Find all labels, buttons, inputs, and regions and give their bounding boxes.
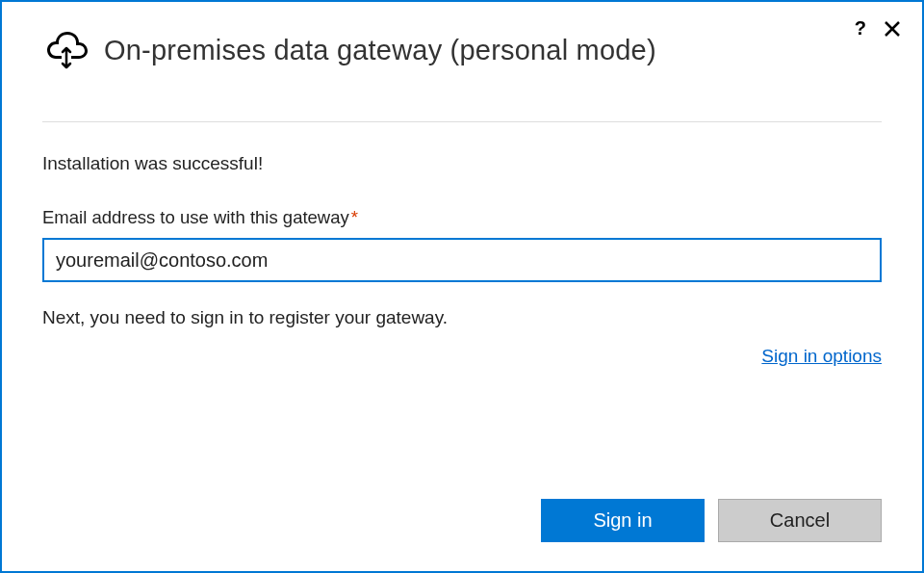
email-label-text: Email address to use with this gateway [42, 207, 349, 227]
instruction-text: Next, you need to sign in to register yo… [42, 307, 882, 328]
dialog-header: On-premises data gateway (personal mode) [42, 29, 882, 71]
options-link-row: Sign in options [42, 346, 882, 367]
titlebar-controls: ? [855, 17, 901, 39]
dialog-title: On-premises data gateway (personal mode) [104, 35, 656, 66]
help-icon[interactable]: ? [855, 17, 866, 39]
email-field[interactable] [42, 238, 882, 282]
sign-in-button[interactable]: Sign in [541, 499, 705, 542]
close-icon[interactable] [884, 20, 901, 38]
header-divider [42, 121, 882, 122]
status-message: Installation was successful! [42, 153, 882, 174]
email-field-label: Email address to use with this gateway* [42, 207, 882, 228]
required-asterisk: * [351, 207, 358, 227]
gateway-installer-window: ? On-premises data gateway (personal mod… [0, 0, 924, 573]
cancel-button[interactable]: Cancel [718, 499, 882, 542]
dialog-footer: Sign in Cancel [541, 499, 882, 542]
sign-in-options-link[interactable]: Sign in options [761, 346, 882, 366]
gateway-cloud-icon [42, 29, 90, 71]
